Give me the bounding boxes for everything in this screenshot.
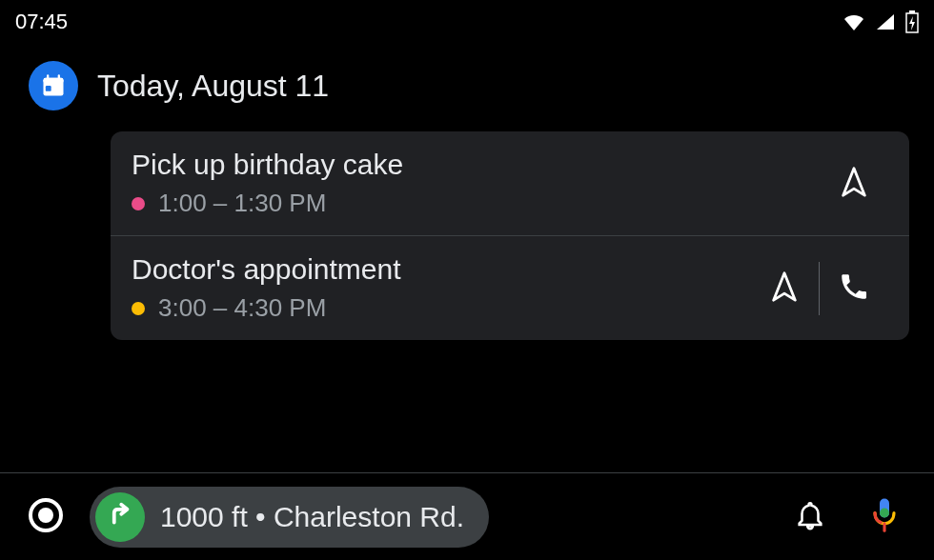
battery-icon — [905, 10, 919, 33]
navigation-arrow-icon — [768, 270, 801, 307]
svg-rect-5 — [47, 74, 49, 80]
page-title: Today, August 11 — [97, 69, 329, 104]
notifications-button[interactable] — [783, 490, 837, 544]
event-color-dot — [132, 197, 145, 210]
event-color-dot — [132, 302, 145, 315]
cellular-icon — [875, 12, 896, 31]
event-time: 1:00 – 1:30 PM — [158, 189, 326, 218]
event-item[interactable]: Pick up birthday cake 1:00 – 1:30 PM — [111, 131, 909, 235]
event-title: Doctor's appointment — [132, 253, 750, 286]
navigation-text: 1000 ft • Charleston Rd. — [160, 501, 464, 533]
wifi-icon — [843, 12, 865, 31]
svg-rect-6 — [58, 74, 60, 80]
voice-button[interactable] — [858, 490, 911, 544]
navigate-button[interactable] — [750, 254, 819, 323]
navigation-arrow-icon — [838, 166, 870, 202]
page-header: Today, August 11 — [0, 44, 934, 131]
home-button[interactable] — [23, 494, 69, 540]
bottom-bar: 1000 ft • Charleston Rd. — [0, 472, 934, 560]
svg-rect-4 — [46, 86, 51, 91]
event-list: Pick up birthday cake 1:00 – 1:30 PM Doc… — [111, 131, 909, 340]
mic-icon — [870, 496, 899, 538]
svg-rect-10 — [880, 508, 889, 517]
status-bar: 07:45 — [0, 0, 934, 44]
calendar-icon — [29, 61, 78, 110]
event-item[interactable]: Doctor's appointment 3:00 – 4:30 PM — [111, 235, 909, 340]
phone-icon — [838, 270, 870, 307]
navigation-pill[interactable]: 1000 ft • Charleston Rd. — [90, 487, 489, 548]
event-title: Pick up birthday cake — [132, 149, 820, 181]
event-time: 3:00 – 4:30 PM — [158, 293, 326, 323]
circle-icon — [27, 496, 65, 538]
turn-icon-badge — [95, 492, 145, 542]
svg-point-8 — [38, 508, 53, 523]
turn-right-icon — [106, 501, 134, 533]
status-time: 07:45 — [15, 10, 68, 34]
svg-rect-3 — [44, 78, 64, 84]
status-icons — [843, 10, 919, 33]
bell-icon — [794, 499, 826, 535]
call-button[interactable] — [820, 254, 888, 323]
navigate-button[interactable] — [820, 150, 888, 218]
